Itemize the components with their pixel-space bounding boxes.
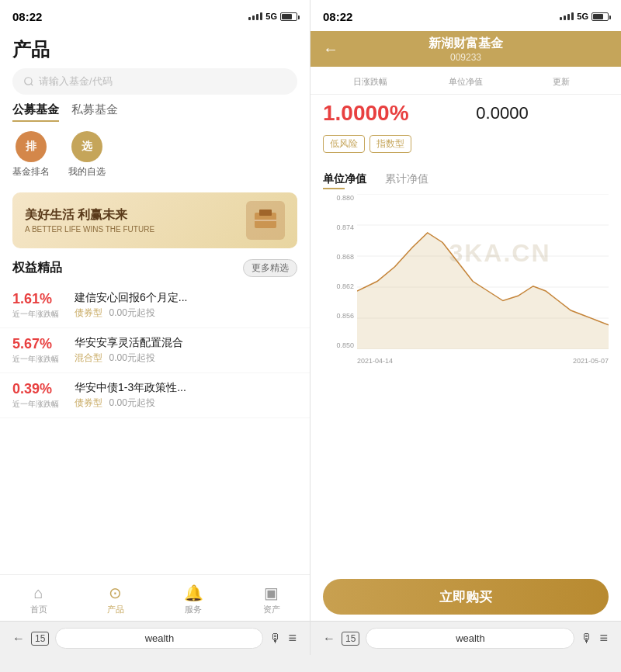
network-icon: 5G (265, 12, 277, 21)
nav-value: 0.0000 (442, 103, 562, 123)
banner-icon (246, 201, 285, 240)
banner-text: 美好生活 利赢未来 A BETTER LIFE WINS THE FUTURE (25, 207, 154, 234)
tab-private-fund[interactable]: 私募基金 (71, 102, 118, 122)
banner-sub-text: A BETTER LIFE WINS THE FUTURE (25, 225, 154, 234)
chart-area (357, 194, 609, 349)
nav-services-label: 服务 (185, 604, 202, 615)
y-label-5: 0.850 (336, 341, 354, 349)
x-label-start: 2021-04-14 (357, 357, 393, 365)
more-button[interactable]: 更多精选 (243, 259, 297, 277)
banner[interactable]: 美好生活 利赢未来 A BETTER LIFE WINS THE FUTURE (12, 192, 297, 248)
right-network-icon: 5G (577, 12, 588, 21)
chart-tab-unit-nav[interactable]: 单位净值 (323, 171, 366, 189)
fund-code: 009233 (346, 52, 585, 63)
stat-label-nav: 单位净值 (418, 74, 514, 88)
tab-public-fund[interactable]: 公募基金 (12, 102, 59, 122)
chart-y-labels: 0.880 0.874 0.868 0.862 0.856 0.850 (323, 194, 357, 349)
nav-products-label: 产品 (107, 604, 124, 615)
chart-tab-cumulative[interactable]: 累计净值 (385, 171, 428, 189)
right-phone: 08:22 5G ← 新湖财富基金 009233 (310, 0, 621, 655)
badge-risk: 低风险 (323, 135, 365, 153)
home-icon: ⌂ (33, 584, 43, 602)
fund-info-1: 华安安享灵活配置混合 混合型 0.00元起投 (67, 336, 297, 365)
section-title: 权益精品 (12, 260, 62, 276)
fund-list: 1.61% 近一年涨跌幅 建信安心回报6个月定... 债券型 0.00元起投 5… (0, 283, 310, 418)
banner-main-text: 美好生活 利赢未来 (25, 207, 154, 223)
right-signal-icon (560, 12, 574, 20)
filter-ranking[interactable]: 排 基金排名 (12, 131, 50, 178)
fund-tabs: 公募基金 私募基金 (0, 102, 310, 122)
fund-title-block: 新湖财富基金 009233 (346, 36, 585, 63)
right-browser-input[interactable]: wealth (366, 628, 574, 649)
fund-item-1[interactable]: 5.67% 近一年涨跌幅 华安安享灵活配置混合 混合型 0.00元起投 (0, 328, 310, 373)
chart-container: 0.880 0.874 0.868 0.862 0.856 0.850 (323, 194, 609, 365)
assets-icon: ▣ (264, 584, 279, 602)
left-browser-input[interactable]: wealth (55, 628, 263, 649)
fund-header: ← 新湖财富基金 009233 (310, 31, 621, 67)
left-menu-icon[interactable]: ≡ (288, 630, 297, 646)
daily-change-value: 1.0000% (323, 101, 442, 126)
section-header: 权益精品 更多精选 (0, 259, 310, 283)
left-status-bar: 08:22 5G (0, 0, 310, 31)
nav-products[interactable]: ⊙ 产品 (107, 584, 124, 615)
y-label-2: 0.868 (336, 253, 354, 261)
svg-point-0 (25, 78, 32, 85)
bottom-nav: ⌂ 首页 ⊙ 产品 🔔 服务 ▣ 资产 (0, 574, 310, 621)
badge-type: 指数型 (369, 135, 411, 153)
filter-watchlist-circle: 选 (71, 131, 102, 162)
buy-button[interactable]: 立即购买 (323, 579, 609, 615)
fund-return-2: 0.39% 近一年涨跌幅 (12, 381, 67, 410)
products-icon: ⊙ (109, 584, 122, 602)
stat-label-daily: 日涨跌幅 (323, 74, 418, 88)
left-time: 08:22 (12, 10, 42, 23)
filter-watchlist[interactable]: 选 我的自选 (68, 131, 106, 178)
filter-ranking-circle: 排 (16, 131, 47, 162)
filter-ranking-label: 基金排名 (12, 165, 50, 178)
nav-home[interactable]: ⌂ 首页 (30, 584, 47, 615)
battery-icon (280, 12, 297, 21)
right-browser-bar: ← 15 wealth 🎙 ≡ (310, 621, 621, 655)
fund-item-2[interactable]: 0.39% 近一年涨跌幅 华安中债1-3年政策性... 债券型 0.00元起投 (0, 373, 310, 418)
chart-section: 单位净值 累计净值 3KA.CN 0.880 0.874 0.868 0.862 (310, 162, 621, 573)
filter-watchlist-label: 我的自选 (68, 165, 106, 178)
left-phone: 08:22 5G 产品 请输入基金/代码 (0, 0, 310, 655)
fund-badges: 低风险 指数型 (310, 135, 621, 162)
right-mic-icon[interactable]: 🎙 (581, 632, 593, 646)
fund-item-0[interactable]: 1.61% 近一年涨跌幅 建信安心回报6个月定... 债券型 0.00元起投 (0, 283, 310, 328)
left-status-icons: 5G (248, 12, 297, 21)
back-button[interactable]: ← (323, 40, 338, 58)
left-browser-bar: ← 15 wealth 🎙 ≡ (0, 621, 310, 655)
left-tab-count[interactable]: 15 (31, 632, 49, 646)
nav-home-label: 首页 (30, 604, 47, 615)
right-status-bar: 08:22 5G (310, 0, 621, 31)
stat-label-update: 更新 (513, 74, 609, 88)
right-browser-back[interactable]: ← (323, 632, 335, 646)
nav-services[interactable]: 🔔 服务 (184, 584, 203, 615)
left-mic-icon[interactable]: 🎙 (269, 632, 282, 646)
left-browser-back[interactable]: ← (12, 632, 25, 646)
y-label-0: 0.880 (336, 194, 354, 202)
fund-return-1: 5.67% 近一年涨跌幅 (12, 336, 67, 365)
svg-rect-2 (259, 210, 272, 216)
chart-x-labels: 2021-04-14 2021-05-07 (357, 357, 609, 365)
y-label-1: 0.874 (336, 223, 354, 231)
nav-assets-label: 资产 (263, 604, 280, 615)
page-title: 产品 (0, 31, 310, 68)
search-bar[interactable]: 请输入基金/代码 (12, 68, 297, 95)
stats-labels-row: 日涨跌幅 单位净值 更新 (310, 67, 621, 95)
y-label-4: 0.856 (336, 312, 354, 320)
signal-icon (248, 12, 262, 20)
fund-info-2: 华安中债1-3年政策性... 债券型 0.00元起投 (67, 381, 297, 410)
filter-row: 排 基金排名 选 我的自选 (0, 131, 310, 178)
fund-info-0: 建信安心回报6个月定... 债券型 0.00元起投 (67, 291, 297, 320)
right-tab-count[interactable]: 15 (342, 632, 359, 646)
chart-tab-underline (323, 188, 345, 189)
search-placeholder: 请输入基金/代码 (39, 74, 113, 88)
y-label-3: 0.862 (336, 282, 354, 290)
values-row: 1.0000% 0.0000 (310, 95, 621, 135)
nav-assets[interactable]: ▣ 资产 (263, 584, 280, 615)
right-menu-icon[interactable]: ≡ (599, 630, 609, 646)
services-icon: 🔔 (184, 584, 203, 602)
fund-name: 新湖财富基金 (346, 36, 585, 52)
right-battery-icon (592, 12, 609, 21)
